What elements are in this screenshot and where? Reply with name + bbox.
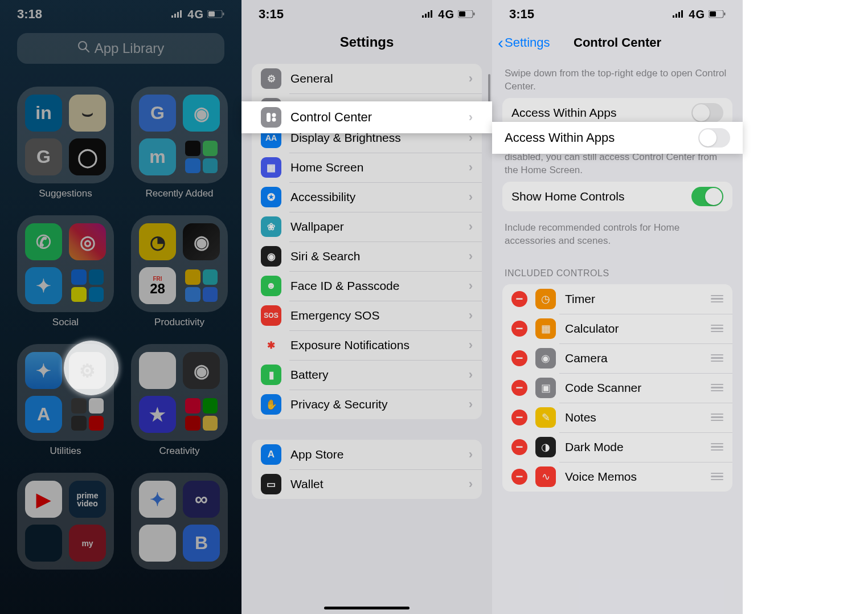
folder-productivity[interactable]: ◔ ◉ FRI28 Productivity — [131, 215, 228, 328]
included-control-row[interactable]: − ▦ Calculator — [502, 314, 732, 343]
svg-line-8 — [85, 48, 89, 52]
settings-row[interactable]: ⚙ General › — [252, 64, 482, 93]
remove-button[interactable]: − — [511, 380, 527, 396]
svg-rect-16 — [267, 113, 271, 122]
battery-icon — [207, 10, 224, 18]
folder-grid: in ⌣ G ◯ Suggestions G ◉ m Recently Adde… — [17, 87, 224, 570]
folder-social[interactable]: ✆ ◎ ✦ Social — [17, 215, 114, 328]
chevron-right-icon: › — [469, 160, 473, 175]
folder-label: Creativity — [131, 445, 228, 457]
toggle-switch[interactable] — [691, 187, 723, 206]
settings-row[interactable]: ◉ Siri & Search › — [252, 241, 482, 271]
folder-label: Recently Added — [131, 188, 228, 199]
settings-row[interactable]: ✪ Accessibility › — [252, 182, 482, 212]
status-time: 3:18 — [17, 7, 42, 22]
drag-handle-icon[interactable] — [711, 354, 723, 362]
folder-recently-added[interactable]: G ◉ m Recently Added — [131, 87, 228, 199]
included-control-row[interactable]: − ∿ Voice Memos — [502, 462, 732, 492]
folder-creativity[interactable]: ❀ ◉ ★ Creativity — [131, 344, 228, 457]
toggle-switch[interactable] — [691, 103, 723, 122]
settings-group-2: A App Store › ▭ Wallet › — [252, 440, 482, 499]
control-center-icon — [261, 107, 281, 128]
row-label: Access Within Apps — [511, 106, 691, 120]
cellular-signal-icon — [171, 10, 184, 18]
chevron-right-icon: › — [469, 219, 473, 234]
folder-suggestions[interactable]: in ⌣ G ◯ Suggestions — [17, 87, 114, 199]
drag-handle-icon[interactable] — [711, 443, 723, 451]
drag-handle-icon[interactable] — [711, 473, 723, 481]
remove-button[interactable]: − — [511, 321, 527, 337]
app-library-search[interactable]: App Library — [17, 33, 224, 64]
row-label: Home Screen — [290, 161, 460, 174]
folder-utilities[interactable]: ✦ ⚙ A Utilities — [17, 344, 114, 457]
app-library-content: App Library in ⌣ G ◯ Suggestions G ◉ m — [0, 28, 241, 570]
caption-swipe: Swipe down from the top-right edge to op… — [492, 57, 743, 98]
control-icon: ✎ — [535, 407, 556, 428]
control-icon: ∿ — [535, 466, 556, 487]
folder-partial-2[interactable]: ✦ ∞ B — [131, 473, 228, 570]
chevron-left-icon: ‹ — [498, 33, 503, 52]
settings-row[interactable]: ✱ Exposure Notifications › — [252, 330, 482, 360]
included-control-row[interactable]: − ▣ Code Scanner — [502, 373, 732, 403]
included-control-row[interactable]: − ◑ Dark Mode — [502, 432, 732, 462]
settings-row[interactable]: A App Store › — [252, 440, 482, 469]
settings-row[interactable]: ▭ Wallet › — [252, 469, 482, 499]
row-label: Accessibility — [290, 190, 460, 204]
remove-button[interactable]: − — [511, 291, 527, 307]
status-time: 3:15 — [259, 7, 284, 22]
drag-handle-icon[interactable] — [711, 325, 723, 333]
remove-button[interactable]: − — [511, 469, 527, 485]
svg-point-18 — [272, 118, 276, 122]
row-label: Control Center — [290, 110, 469, 125]
remove-button[interactable]: − — [511, 410, 527, 425]
settings-row[interactable]: ☻ Face ID & Passcode › — [252, 271, 482, 301]
settings-row-icon: ⚙ — [261, 68, 281, 89]
toggle-switch[interactable] — [698, 128, 730, 148]
row-label: Camera — [565, 351, 711, 365]
row-label: Battery — [290, 368, 460, 382]
back-button[interactable]: ‹ Settings — [498, 33, 550, 52]
svg-rect-10 — [425, 14, 427, 18]
page-title: Settings — [241, 34, 492, 50]
home-controls-group: Show Home Controls — [502, 182, 732, 211]
settings-row[interactable]: ❀ Wallpaper › — [252, 212, 482, 241]
svg-rect-22 — [681, 10, 683, 18]
svg-rect-11 — [428, 12, 429, 18]
svg-rect-14 — [459, 11, 465, 17]
chevron-right-icon: › — [469, 367, 473, 382]
remove-button[interactable]: − — [511, 350, 527, 366]
status-bar: 3:18 4G — [0, 0, 241, 28]
included-control-row[interactable]: − ✎ Notes — [502, 403, 732, 432]
row-label: App Store — [290, 448, 460, 461]
settings-row-control-center-highlight[interactable]: Control Center › — [241, 101, 492, 133]
included-control-row[interactable]: − ◉ Camera — [502, 343, 732, 373]
drag-handle-icon[interactable] — [711, 295, 723, 303]
cellular-signal-icon — [422, 10, 435, 18]
access-within-apps-highlight[interactable]: Access Within Apps — [492, 122, 743, 154]
folder-label: Suggestions — [17, 188, 114, 199]
svg-rect-24 — [710, 11, 716, 17]
status-time: 3:15 — [509, 7, 534, 22]
chevron-right-icon: › — [469, 110, 473, 125]
settings-row-icon: ✪ — [261, 187, 281, 207]
row-label: Wallet — [290, 477, 460, 491]
settings-row[interactable]: ▦ Home Screen › — [252, 153, 482, 182]
drag-handle-icon[interactable] — [711, 414, 723, 421]
settings-row-icon: ▦ — [261, 157, 281, 178]
settings-row[interactable]: ▮ Battery › — [252, 360, 482, 390]
folder-partial-1[interactable]: ▶ primevideo my — [17, 473, 114, 570]
included-controls-header: Included Controls — [492, 252, 743, 284]
row-label: Access Within Apps — [505, 130, 698, 145]
settings-row[interactable]: ✋ Privacy & Security › — [252, 390, 482, 419]
show-home-controls-row[interactable]: Show Home Controls — [502, 182, 732, 211]
drag-handle-icon[interactable] — [711, 384, 723, 392]
back-label: Settings — [505, 35, 550, 50]
network-label: 4G — [187, 8, 204, 21]
battery-icon — [709, 10, 726, 18]
included-control-row[interactable]: − ◷ Timer — [502, 284, 732, 314]
settings-row-icon: ☻ — [261, 276, 281, 296]
status-bar: 3:15 4G — [241, 0, 492, 28]
remove-button[interactable]: − — [511, 439, 527, 455]
home-indicator[interactable] — [324, 607, 410, 609]
settings-row[interactable]: SOS Emergency SOS › — [252, 301, 482, 330]
